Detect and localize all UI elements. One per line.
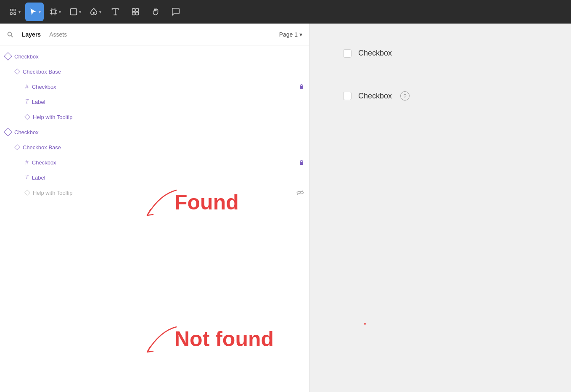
layer-label: Help with Tooltip xyxy=(33,114,304,120)
checkbox-box-2[interactable] xyxy=(343,92,352,100)
svg-rect-15 xyxy=(300,86,303,89)
layer-label: Checkbox xyxy=(14,129,304,135)
decorative-dot xyxy=(364,323,366,325)
list-item[interactable]: # Checkbox xyxy=(0,155,309,170)
diamond-sm-icon xyxy=(15,145,19,149)
select-tool-chevron: ▾ xyxy=(39,10,41,14)
hash-icon: # xyxy=(25,159,29,165)
diamond-icon xyxy=(5,129,11,135)
layer-label: Checkbox Base xyxy=(23,69,304,75)
list-item[interactable]: Checkbox xyxy=(0,49,309,64)
layer-label: Label xyxy=(32,175,304,181)
svg-rect-3 xyxy=(13,13,16,15)
layer-label: Checkbox xyxy=(14,53,304,60)
tab-assets[interactable]: Assets xyxy=(46,29,70,40)
svg-line-14 xyxy=(11,35,13,37)
diamond-sm-icon xyxy=(25,191,29,195)
checkbox-box-1[interactable] xyxy=(343,49,352,58)
shape-tool-chevron: ▾ xyxy=(79,10,81,14)
component-tool-button[interactable] xyxy=(126,3,145,21)
layer-label: Help with Tooltip xyxy=(33,190,296,196)
hash-icon: # xyxy=(25,84,29,90)
frame-tool-group: ▾ xyxy=(45,3,64,21)
layer-label: Checkbox Base xyxy=(23,144,304,151)
list-item[interactable]: Checkbox Base xyxy=(0,140,309,155)
text-icon: T xyxy=(25,175,29,180)
search-icon[interactable] xyxy=(7,31,13,38)
list-item[interactable]: Help with Tooltip xyxy=(0,185,309,200)
layer-list: Checkbox Checkbox Base # Checkbox xyxy=(0,45,309,392)
pen-tool-group: ▾ xyxy=(86,3,104,21)
text-icon: T xyxy=(25,99,29,105)
tooltip-question-icon[interactable]: ? xyxy=(400,91,410,101)
list-item[interactable]: Help with Tooltip xyxy=(0,109,309,124)
svg-rect-4 xyxy=(51,10,55,13)
left-panel: Layers Assets Page 1 ▾ Checkbox Check xyxy=(0,24,309,392)
panel-header: Layers Assets Page 1 ▾ xyxy=(0,24,309,45)
select-tool-group: ▾ xyxy=(25,3,44,21)
list-item[interactable]: Checkbox Base xyxy=(0,64,309,79)
main-area: Layers Assets Page 1 ▾ Checkbox Check xyxy=(0,24,571,392)
hand-tool-button[interactable] xyxy=(146,3,165,21)
eye-slash-badge xyxy=(296,190,304,195)
checkbox-preview-2: Checkbox ? xyxy=(343,91,410,101)
svg-rect-1 xyxy=(13,9,16,11)
svg-rect-8 xyxy=(136,9,138,11)
right-panel: Checkbox Checkbox ? xyxy=(309,24,571,392)
layer-label: Checkbox xyxy=(32,159,299,166)
layer-label: Label xyxy=(32,99,304,105)
figma-menu-chevron: ▾ xyxy=(19,10,21,14)
text-tool-button[interactable] xyxy=(106,3,124,21)
checkbox-preview-1: Checkbox xyxy=(343,49,392,58)
svg-rect-0 xyxy=(10,9,12,11)
tab-layers[interactable]: Layers xyxy=(19,29,44,40)
list-item[interactable]: T Label xyxy=(0,170,309,185)
list-item[interactable]: Checkbox xyxy=(0,124,309,140)
svg-rect-7 xyxy=(132,9,135,11)
lock-badge xyxy=(299,84,304,90)
diamond-sm-icon xyxy=(25,115,29,119)
frame-tool-button[interactable]: ▾ xyxy=(45,3,64,21)
select-tool-button[interactable]: ▾ xyxy=(25,3,44,21)
figma-menu-button[interactable]: ▾ xyxy=(5,3,24,21)
list-item[interactable]: T Label xyxy=(0,94,309,109)
pen-tool-chevron: ▾ xyxy=(99,10,101,14)
toolbar: ▾ ▾ ▾ ▾ xyxy=(0,0,571,24)
svg-rect-10 xyxy=(136,12,138,15)
shape-tool-button[interactable]: ▾ xyxy=(66,3,84,21)
page-selector-chevron: ▾ xyxy=(299,31,302,38)
shape-tool-group: ▾ xyxy=(66,3,84,21)
diamond-icon xyxy=(5,53,11,59)
svg-rect-9 xyxy=(132,12,135,15)
figma-menu-group: ▾ xyxy=(5,3,24,21)
pen-tool-button[interactable]: ▾ xyxy=(86,3,104,21)
svg-point-13 xyxy=(8,32,12,36)
svg-rect-5 xyxy=(70,9,77,15)
layer-label: Checkbox xyxy=(32,84,299,90)
svg-rect-2 xyxy=(10,13,12,15)
frame-tool-chevron: ▾ xyxy=(59,10,61,14)
svg-point-6 xyxy=(93,12,94,13)
comment-tool-button[interactable] xyxy=(167,3,185,21)
list-item[interactable]: # Checkbox xyxy=(0,79,309,94)
page-selector-label: Page 1 xyxy=(279,31,298,38)
page-selector[interactable]: Page 1 ▾ xyxy=(279,31,302,38)
svg-rect-16 xyxy=(300,162,303,165)
lock-badge xyxy=(299,159,304,165)
diamond-sm-icon xyxy=(15,69,19,74)
checkbox-label-2: Checkbox xyxy=(358,92,392,101)
checkbox-label-1: Checkbox xyxy=(358,49,392,58)
